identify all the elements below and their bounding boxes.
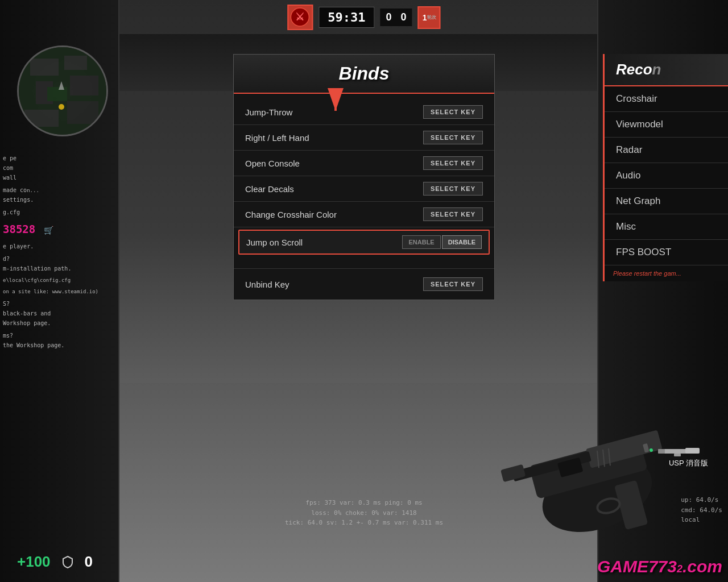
- net-stats-line3: tick: 64.0 sv: 1.2 +- 0.7 ms var: 0.311 …: [285, 518, 443, 528]
- bind-label-jump-scroll: Jump on Scroll: [246, 238, 303, 247]
- binds-list: Jump-Throw SELECT KEY Right / Left Hand …: [234, 94, 494, 263]
- crosshair-color-select-key[interactable]: SELECT KEY: [423, 207, 483, 221]
- score-display: 0 0: [380, 9, 412, 26]
- svg-rect-28: [658, 449, 665, 454]
- minimap: [17, 45, 108, 136]
- red-arrow-indicator: [318, 88, 353, 117]
- svg-rect-29: [685, 448, 700, 454]
- svg-point-10: [59, 104, 64, 110]
- svg-rect-8: [67, 101, 98, 124]
- right-menu-title: Recon: [616, 61, 661, 78]
- svg-rect-7: [24, 110, 59, 127]
- svg-rect-3: [30, 59, 59, 76]
- health-armor-display: +100 0: [17, 553, 93, 571]
- score-right: 0: [401, 11, 407, 23]
- hand-select-key[interactable]: SELECT KEY: [423, 131, 483, 144]
- bind-label-clear-decals: Clear Decals: [245, 184, 294, 194]
- bind-label-jump-throw: Jump-Throw: [245, 107, 292, 117]
- shield-icon: [62, 556, 73, 568]
- round-icon: 1 轮次: [418, 6, 441, 29]
- unbind-label: Unbind Key: [245, 280, 289, 289]
- jump-scroll-toggle: ENABLE DISABLE: [402, 235, 482, 249]
- minimap-inner: [19, 47, 106, 135]
- bind-label-console: Open Console: [245, 159, 300, 168]
- binds-panel: Binds Jump-Throw SELECT KEY Right / Left…: [233, 54, 495, 300]
- unbind-row: Unbind Key SELECT KEY: [234, 268, 494, 300]
- bind-label-crosshair-color: Change Crosshair Color: [245, 210, 337, 219]
- weapon-icon-small: [657, 443, 702, 460]
- binds-title: Binds: [339, 63, 390, 84]
- right-menu-crosshair[interactable]: Crosshair: [605, 86, 728, 112]
- right-menu-misc[interactable]: Misc: [605, 214, 728, 240]
- right-menu-fps-boost[interactable]: FPS BOOST: [605, 240, 728, 265]
- svg-rect-4: [64, 56, 87, 70]
- steam-id: 38528 🛒: [3, 220, 98, 238]
- jump-scroll-disable-btn[interactable]: DISABLE: [442, 235, 482, 249]
- bind-row-hand: Right / Left Hand SELECT KEY: [234, 125, 494, 151]
- net-stats-line1: fps: 373 var: 0.3 ms ping: 0 ms: [285, 498, 443, 508]
- svg-rect-9: [47, 87, 67, 101]
- right-menu-viewmodel[interactable]: Viewmodel: [605, 112, 728, 138]
- bind-row-jump-throw: Jump-Throw SELECT KEY: [234, 99, 494, 125]
- unbind-select-key[interactable]: SELECT KEY: [423, 277, 483, 291]
- health-value: +100: [17, 553, 51, 571]
- speed-up: up: 64.0/s: [681, 495, 722, 505]
- net-stats: fps: 373 var: 0.3 ms ping: 0 ms loss: 0%…: [285, 498, 443, 528]
- bind-label-hand: Right / Left Hand: [245, 133, 309, 143]
- game-timer: 59:31: [318, 7, 374, 28]
- bind-row-console: Open Console SELECT KEY: [234, 151, 494, 176]
- left-info-panel: e pe com wall made con... settings. g.cf…: [3, 153, 98, 350]
- clear-decals-select-key[interactable]: SELECT KEY: [423, 182, 483, 196]
- speed-cmd: cmd: 64.0/s: [681, 505, 722, 516]
- console-select-key[interactable]: SELECT KEY: [423, 156, 483, 170]
- svg-rect-30: [674, 454, 681, 456]
- weapon-display: [483, 392, 700, 554]
- speed-local: local: [681, 515, 722, 525]
- jump-scroll-enable-btn[interactable]: ENABLE: [402, 235, 440, 249]
- weapon-svg: [483, 392, 700, 551]
- right-menu-radar[interactable]: Radar: [605, 138, 728, 163]
- svg-rect-6: [70, 76, 98, 95]
- team-icon-left: ⚔: [287, 5, 313, 30]
- hud-top: ⚔ 59:31 0 0 1 轮次: [283, 0, 445, 35]
- bind-row-jump-scroll: Jump on Scroll ENABLE DISABLE: [238, 230, 490, 255]
- net-stats-line2: loss: 0% choke: 0% var: 1418: [285, 508, 443, 518]
- right-menu-audio[interactable]: Audio: [605, 163, 728, 189]
- timer-value: 59:31: [328, 10, 365, 24]
- binds-header: Binds: [234, 55, 494, 94]
- speed-stats: up: 64.0/s cmd: 64.0/s local: [681, 495, 722, 525]
- watermark: GAME7732.com: [597, 557, 722, 576]
- jump-throw-select-key[interactable]: SELECT KEY: [423, 105, 483, 119]
- armor-value: 0: [85, 553, 93, 571]
- right-menu-header: Recon: [605, 54, 728, 86]
- bind-row-crosshair-color: Change Crosshair Color SELECT KEY: [234, 202, 494, 227]
- bind-row-clear-decals: Clear Decals SELECT KEY: [234, 176, 494, 202]
- right-menu: Recon Crosshair Viewmodel Radar Audio Ne…: [603, 54, 728, 281]
- right-menu-net-graph[interactable]: Net Graph: [605, 189, 728, 214]
- svg-text:⚔: ⚔: [295, 11, 304, 23]
- restart-notice: Please restart the gam...: [605, 265, 728, 281]
- score-left: 0: [386, 11, 392, 23]
